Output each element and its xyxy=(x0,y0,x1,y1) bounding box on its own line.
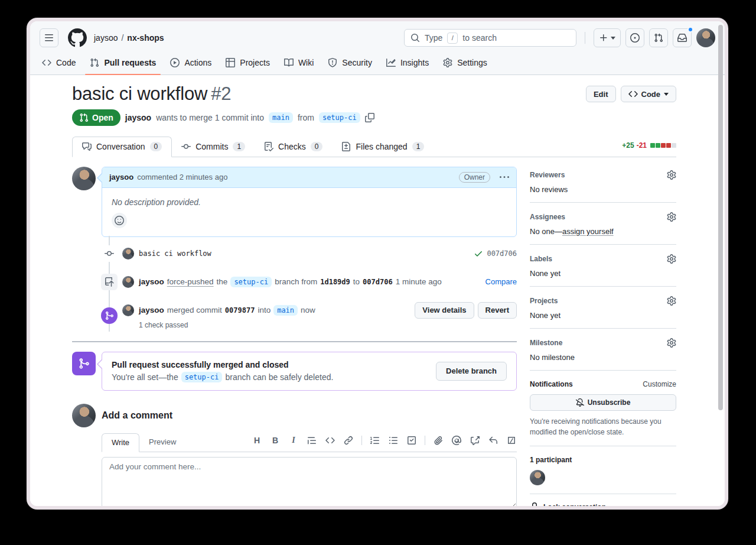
comment-author[interactable]: jaysoo xyxy=(109,173,133,181)
projects-gear-icon[interactable] xyxy=(667,296,676,306)
git-merge-icon xyxy=(101,307,118,324)
tab-conversation[interactable]: Conversation 0 xyxy=(72,137,172,157)
task-list-icon[interactable] xyxy=(406,435,417,446)
pull-requests-button[interactable] xyxy=(649,28,668,47)
lock-conversation-button[interactable]: Lock conversation xyxy=(530,502,676,506)
head-branch-chip[interactable]: setup-ci xyxy=(319,112,360,123)
sidebar-divider xyxy=(530,328,676,329)
assignees-gear-icon[interactable] xyxy=(667,212,676,222)
comment-author-avatar[interactable] xyxy=(72,167,96,190)
nav-tab-wiki[interactable]: Wiki xyxy=(279,53,318,74)
check-icon[interactable] xyxy=(474,249,483,258)
bold-icon[interactable]: B xyxy=(270,435,281,446)
comment-textarea[interactable] xyxy=(102,457,517,506)
delete-branch-button[interactable]: Delete branch xyxy=(436,362,507,381)
actor-avatar[interactable] xyxy=(122,304,134,316)
timeline-events: basic ci workflow 007d706 xyxy=(72,239,517,335)
new-commit-sha[interactable]: 007d706 xyxy=(363,278,393,286)
heading-icon[interactable]: H xyxy=(252,435,262,446)
labels-title: Labels xyxy=(530,255,552,263)
search-input[interactable]: Type / to search xyxy=(404,29,576,47)
code-dropdown-button[interactable]: Code xyxy=(621,86,677,102)
breadcrumb-owner[interactable]: jaysoo xyxy=(94,33,118,43)
notifications-section: Notifications Customize Unsubscribe You'… xyxy=(530,379,676,446)
search-icon xyxy=(410,33,420,43)
commit-sha[interactable]: 007d706 xyxy=(487,249,517,258)
nav-tab-actions[interactable]: Actions xyxy=(165,53,216,74)
participant-avatar[interactable] xyxy=(530,470,545,485)
issues-button[interactable] xyxy=(625,28,644,47)
nav-tab-security[interactable]: Security xyxy=(323,53,377,74)
merged-banner-desc: You're all set—the setup-ci branch can b… xyxy=(112,372,333,382)
checks-passed-note[interactable]: 1 check passed xyxy=(139,321,517,329)
bell-slash-icon xyxy=(576,398,584,407)
base-branch-chip[interactable]: main xyxy=(269,112,293,123)
actor-name[interactable]: jaysoo xyxy=(139,277,164,286)
add-comment-section: Add a comment Write Preview H B I xyxy=(72,404,517,506)
old-commit-sha[interactable]: 1d189d9 xyxy=(320,278,350,286)
cross-reference-icon[interactable] xyxy=(470,435,480,446)
slash-commands-icon[interactable] xyxy=(506,435,517,446)
saved-replies-icon[interactable] xyxy=(488,435,498,446)
actor-avatar[interactable] xyxy=(122,276,134,288)
pr-sidebar: Reviewers No reviews Assignees No one—as… xyxy=(530,167,676,506)
commit-message[interactable]: basic ci workflow xyxy=(139,249,211,258)
nav-tab-code[interactable]: Code xyxy=(37,53,80,74)
merged-event: jaysoo merged commit 0079877 into main n… xyxy=(72,296,517,335)
bullet-list-icon[interactable] xyxy=(388,435,399,446)
create-new-button[interactable] xyxy=(594,28,621,47)
breadcrumb-repo[interactable]: nx-shops xyxy=(127,33,164,43)
reviewers-gear-icon[interactable] xyxy=(667,170,676,180)
base-branch-chip[interactable]: main xyxy=(273,305,298,316)
repo-nav: Code Pull requests Actions Projects Wiki xyxy=(30,53,725,75)
italic-icon[interactable]: I xyxy=(288,435,299,446)
nav-tab-insights[interactable]: Insights xyxy=(382,53,434,74)
tab-files-changed[interactable]: Files changed 1 xyxy=(332,137,434,157)
nav-tab-settings[interactable]: Settings xyxy=(438,53,492,74)
quote-icon[interactable] xyxy=(307,435,317,446)
labels-gear-icon[interactable] xyxy=(667,254,676,264)
add-reaction-button[interactable] xyxy=(112,213,127,228)
assignees-title: Assignees xyxy=(530,213,565,221)
nav-tab-projects[interactable]: Projects xyxy=(221,53,275,74)
tab-commits[interactable]: Commits 1 xyxy=(172,137,255,157)
code-icon[interactable] xyxy=(325,435,335,446)
nav-tab-pull-requests[interactable]: Pull requests xyxy=(85,53,161,74)
view-details-button[interactable]: View details xyxy=(415,302,474,319)
tab-checks[interactable]: Checks 0 xyxy=(255,137,332,157)
preview-tab[interactable]: Preview xyxy=(139,433,185,452)
nav-label: Settings xyxy=(457,58,487,67)
shield-icon xyxy=(328,58,337,67)
unsubscribe-button[interactable]: Unsubscribe xyxy=(530,394,676,411)
gear-icon xyxy=(443,58,452,67)
nav-label: Insights xyxy=(400,58,429,67)
head-branch-chip[interactable]: setup-ci xyxy=(181,372,223,382)
assign-yourself-link[interactable]: assign yourself xyxy=(562,227,614,236)
inbox-button[interactable] xyxy=(673,28,692,47)
edit-button[interactable]: Edit xyxy=(586,86,616,102)
pr-author[interactable]: jaysoo xyxy=(125,113,151,122)
hamburger-menu-button[interactable] xyxy=(40,28,58,47)
copy-branch-button[interactable] xyxy=(365,113,374,122)
attach-file-icon[interactable] xyxy=(433,435,444,446)
commit-author-avatar[interactable] xyxy=(122,248,134,259)
head-branch-chip[interactable]: setup-ci xyxy=(230,277,272,287)
numbered-list-icon[interactable] xyxy=(370,435,380,446)
actor-name[interactable]: jaysoo xyxy=(139,306,164,314)
nav-label: Projects xyxy=(240,58,270,67)
user-avatar[interactable] xyxy=(696,28,715,47)
link-icon[interactable] xyxy=(343,435,354,446)
scrollbar-thumb[interactable] xyxy=(718,25,723,410)
mention-icon[interactable] xyxy=(451,435,462,446)
revert-button[interactable]: Revert xyxy=(478,302,517,319)
merge-commit-sha[interactable]: 0079877 xyxy=(225,306,255,314)
customize-link[interactable]: Customize xyxy=(643,380,676,388)
github-logo-icon[interactable] xyxy=(68,28,87,47)
milestone-gear-icon[interactable] xyxy=(667,338,676,348)
compare-link[interactable]: Compare xyxy=(485,277,517,286)
comment-options-button[interactable] xyxy=(500,173,509,182)
write-tab[interactable]: Write xyxy=(102,433,139,452)
reviewers-title: Reviewers xyxy=(530,171,565,179)
breadcrumb-separator: / xyxy=(121,33,123,43)
discussion-timeline: jaysoo commented 2 minutes ago Owner No … xyxy=(72,167,517,506)
